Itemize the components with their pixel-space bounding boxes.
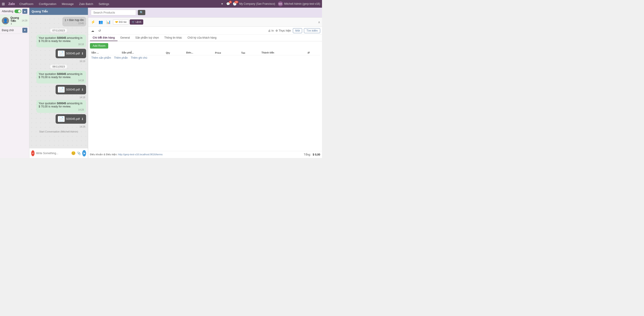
total-section: Tổng: $ 0,00 (304, 153, 320, 156)
col-price: Price (214, 50, 240, 55)
order-controls: ☁ ↺ 🖨 In ⚙ Thực hiện Mới Tìm kiếm (88, 27, 322, 35)
pdf-attachment[interactable]: 📄 S00045.pdf ⬇ (56, 49, 86, 58)
add-room-button[interactable]: Add Room (90, 43, 108, 48)
top-navigation: ⊞ Zalo ChatRoom Configuration Message Za… (0, 0, 322, 8)
print-label: In (272, 29, 274, 32)
message-time: 13:45 (65, 22, 84, 24)
message-time: 14:28 (39, 109, 84, 111)
order-footer: Điều khoản & Điều kiện: http://gerp-test… (88, 151, 322, 158)
clock-icon[interactable]: 🕐 28 (233, 2, 236, 6)
panel-toolbar: ⚡ 👥 📊 🤝 Đối tác 🛒 Lệnh ∧ (88, 17, 322, 27)
col-san-1: Sản ... (90, 50, 120, 55)
printer-icon: 🖨 (268, 29, 271, 32)
nav-message[interactable]: Message (61, 2, 74, 6)
chat-messages: 1 > Bán họp lớn 13:45 07/11/2023 Your qu… (30, 15, 88, 148)
date-badge: 08/11/2023 (50, 65, 67, 68)
total-label: Tổng: (304, 153, 311, 156)
terms-link[interactable]: http://gerp-test-v16.localhost:9016/term… (118, 153, 163, 156)
pdf-name: S00045.pdf (66, 88, 80, 91)
date-badge: 07/11/2023 (50, 29, 67, 32)
tab-chu-ky[interactable]: Chữ ký của khách hàng (185, 35, 219, 41)
message-bubble: Your quotation S00045 amounting in $ 70,… (36, 100, 86, 113)
exec-label: Thực hiện (278, 29, 291, 32)
user-avatar: MA (278, 1, 283, 6)
search-button[interactable]: 🔍 (138, 10, 145, 15)
handshake-icon: 🤝 (115, 20, 118, 23)
cart-icon: 🛒 (132, 20, 135, 23)
total-value: $ 0,00 (313, 153, 320, 156)
table-row: Thêm sản phẩm Thêm phần Thêm ghi chú (90, 55, 320, 60)
contact-download-icon: ⬇ (10, 22, 20, 25)
download-icon[interactable]: ⬇ (81, 117, 84, 121)
attending-up-button[interactable]: ▲ (22, 9, 27, 14)
attending-label: Attending (2, 10, 13, 13)
app-name: Zalo (8, 2, 15, 6)
chat-icon[interactable]: 💬 5 (226, 2, 230, 6)
tab-lenh[interactable]: 🛒 Lệnh (130, 19, 143, 24)
col-tax: Tax (240, 50, 260, 55)
conversation-start-label: Start Conversation (Mitchell Admin) (31, 130, 86, 133)
message-bubble: 1 > Bán họp lớn 13:45 (62, 17, 86, 26)
chart-icon-tab[interactable]: 📊 (105, 19, 112, 25)
col-actions: ⇄ (306, 50, 320, 55)
people-icon-tab[interactable]: 👥 (98, 19, 104, 25)
tab-doi-tac[interactable]: 🤝 Đối tác (113, 19, 129, 24)
waiting-bar: Đang chờ ▼ (0, 27, 29, 34)
search-order-button[interactable]: Tìm kiếm (304, 28, 320, 33)
attending-bar: Attending ▲ (0, 8, 29, 15)
grid-icon[interactable]: ⊞ (2, 2, 5, 6)
pdf-icon: 📄 (58, 87, 65, 92)
tab-chi-tiet[interactable]: Chi tiết đơn hàng (90, 35, 118, 41)
download-icon[interactable]: ⬇ (81, 88, 84, 91)
contact-item[interactable]: 👤 Quang Tiến ⬇ 14:28 (0, 15, 29, 27)
order-table: Sản ... Sản phẩ... Qty Đơn... Price Tax … (90, 50, 320, 60)
download-icon[interactable]: ⬇ (81, 52, 84, 55)
attach-icon[interactable]: 📎 (77, 151, 81, 155)
nav-settings[interactable]: Settings (98, 2, 110, 6)
reply-button[interactable]: ↩ (31, 150, 34, 156)
print-button[interactable]: 🖨 In (268, 29, 274, 32)
nav-icons: ✦ 💬 5 🕐 28 My Company (San Francisco) MA… (221, 1, 320, 6)
flash-icon-tab[interactable]: ⚡ (90, 19, 96, 25)
pdf-time: 16:19 (31, 60, 86, 62)
user-name: Mitchell Admin (gerp-test-v16) (284, 2, 320, 5)
left-sidebar: Attending ▲ 👤 Quang Tiến ⬇ 14:28 Đang ch… (0, 8, 30, 158)
chat-area: Quang Tiến 1 > Bán họp lớn 13:45 07/11/2… (30, 8, 88, 158)
star-icon[interactable]: ✦ (221, 2, 224, 6)
nav-zalobatch[interactable]: Zalo Batch (78, 2, 94, 6)
tab-general[interactable]: General (118, 35, 133, 41)
tab-san-pham-tuy-chon[interactable]: Sản phẩm tuỳ chọn (133, 35, 162, 41)
emoji-icon[interactable]: 😊 (71, 151, 76, 155)
chat-badge: 5 (229, 1, 232, 3)
contact-time: 14:28 (22, 19, 27, 22)
tab-thong-tin-khac[interactable]: Thông tin khác (162, 35, 185, 41)
tab-lenh-label: Lệnh (136, 20, 141, 23)
search-input[interactable] (91, 10, 136, 15)
nav-chatroom[interactable]: ChatRoom (18, 2, 34, 6)
new-button[interactable]: Mới (293, 28, 302, 33)
add-note-link[interactable]: Thêm ghi chú (131, 56, 147, 59)
add-product-link[interactable]: Thêm sản phẩm (91, 56, 111, 59)
cloud-upload-icon[interactable]: ☁ (90, 28, 95, 33)
tab-doi-tac-label: Đối tác (119, 20, 127, 23)
send-button[interactable]: ➤ (82, 150, 86, 156)
nav-configuration[interactable]: Configuration (38, 2, 57, 6)
pdf-name: S00045.pdf (66, 52, 80, 55)
message-time: 14:18 (39, 79, 84, 82)
col-qty: Qty (164, 50, 185, 55)
chat-input[interactable] (36, 152, 70, 155)
add-section-link[interactable]: Thêm phần (114, 56, 128, 59)
refresh-icon[interactable]: ↺ (97, 28, 102, 33)
message-text: 1 > Bán họp lớn (65, 18, 84, 22)
clock-badge: 28 (234, 1, 238, 3)
waiting-down-button[interactable]: ▼ (22, 28, 27, 33)
col-don: Đơn... (185, 50, 214, 55)
pdf-attachment[interactable]: 📄 S00045.pdf ⬇ (56, 114, 86, 124)
pdf-time: 14:28 (31, 125, 86, 128)
pdf-attachment[interactable]: 📄 S00045.pdf ⬇ (56, 85, 86, 94)
minimize-button[interactable]: ∧ (318, 20, 320, 24)
attending-toggle[interactable] (14, 9, 21, 13)
waiting-label: Đang chờ (2, 29, 14, 32)
execute-button[interactable]: ⚙ Thực hiện (276, 29, 291, 32)
search-bar: 🔍 (88, 8, 322, 17)
